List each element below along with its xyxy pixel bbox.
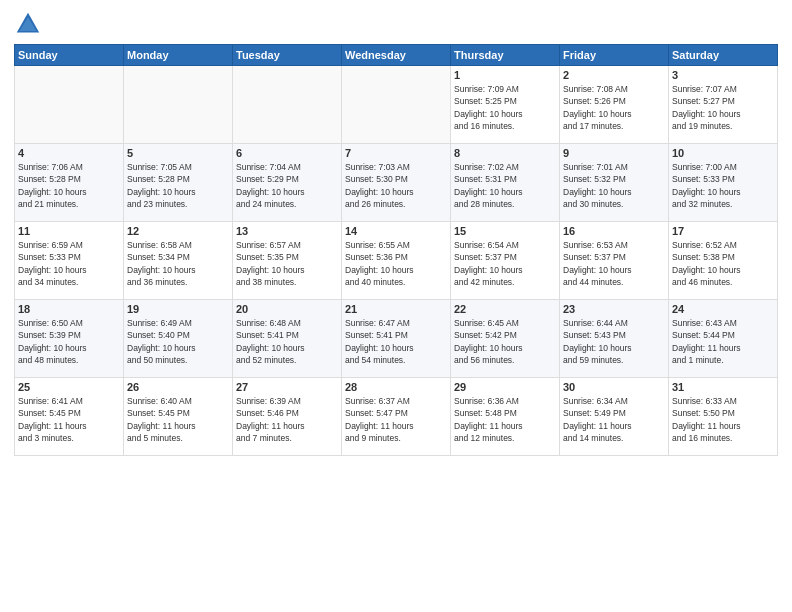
calendar-cell: 5Sunrise: 7:05 AM Sunset: 5:28 PM Daylig…: [124, 144, 233, 222]
day-info: Sunrise: 6:47 AM Sunset: 5:41 PM Dayligh…: [345, 317, 447, 366]
day-info: Sunrise: 6:39 AM Sunset: 5:46 PM Dayligh…: [236, 395, 338, 444]
day-number: 23: [563, 303, 665, 315]
day-info: Sunrise: 6:36 AM Sunset: 5:48 PM Dayligh…: [454, 395, 556, 444]
calendar-cell: 1Sunrise: 7:09 AM Sunset: 5:25 PM Daylig…: [451, 66, 560, 144]
calendar-cell: 2Sunrise: 7:08 AM Sunset: 5:26 PM Daylig…: [560, 66, 669, 144]
day-info: Sunrise: 6:55 AM Sunset: 5:36 PM Dayligh…: [345, 239, 447, 288]
calendar-cell: 4Sunrise: 7:06 AM Sunset: 5:28 PM Daylig…: [15, 144, 124, 222]
calendar-cell: 29Sunrise: 6:36 AM Sunset: 5:48 PM Dayli…: [451, 378, 560, 456]
day-info: Sunrise: 7:03 AM Sunset: 5:30 PM Dayligh…: [345, 161, 447, 210]
day-info: Sunrise: 6:33 AM Sunset: 5:50 PM Dayligh…: [672, 395, 774, 444]
day-number: 26: [127, 381, 229, 393]
calendar-cell: [233, 66, 342, 144]
day-info: Sunrise: 7:07 AM Sunset: 5:27 PM Dayligh…: [672, 83, 774, 132]
day-info: Sunrise: 6:57 AM Sunset: 5:35 PM Dayligh…: [236, 239, 338, 288]
weekday-header: Friday: [560, 45, 669, 66]
day-number: 20: [236, 303, 338, 315]
logo-icon: [14, 10, 42, 38]
day-info: Sunrise: 7:08 AM Sunset: 5:26 PM Dayligh…: [563, 83, 665, 132]
calendar-cell: 7Sunrise: 7:03 AM Sunset: 5:30 PM Daylig…: [342, 144, 451, 222]
day-number: 16: [563, 225, 665, 237]
day-number: 13: [236, 225, 338, 237]
day-info: Sunrise: 7:09 AM Sunset: 5:25 PM Dayligh…: [454, 83, 556, 132]
calendar-cell: 8Sunrise: 7:02 AM Sunset: 5:31 PM Daylig…: [451, 144, 560, 222]
day-info: Sunrise: 6:59 AM Sunset: 5:33 PM Dayligh…: [18, 239, 120, 288]
day-number: 30: [563, 381, 665, 393]
calendar-cell: [15, 66, 124, 144]
day-number: 19: [127, 303, 229, 315]
header: [14, 10, 778, 38]
calendar-cell: 14Sunrise: 6:55 AM Sunset: 5:36 PM Dayli…: [342, 222, 451, 300]
calendar-cell: 22Sunrise: 6:45 AM Sunset: 5:42 PM Dayli…: [451, 300, 560, 378]
day-info: Sunrise: 6:49 AM Sunset: 5:40 PM Dayligh…: [127, 317, 229, 366]
weekday-header: Monday: [124, 45, 233, 66]
day-info: Sunrise: 6:54 AM Sunset: 5:37 PM Dayligh…: [454, 239, 556, 288]
calendar-cell: [124, 66, 233, 144]
calendar-cell: 25Sunrise: 6:41 AM Sunset: 5:45 PM Dayli…: [15, 378, 124, 456]
day-info: Sunrise: 7:01 AM Sunset: 5:32 PM Dayligh…: [563, 161, 665, 210]
calendar-cell: 12Sunrise: 6:58 AM Sunset: 5:34 PM Dayli…: [124, 222, 233, 300]
calendar-cell: 19Sunrise: 6:49 AM Sunset: 5:40 PM Dayli…: [124, 300, 233, 378]
weekday-header: Sunday: [15, 45, 124, 66]
day-number: 17: [672, 225, 774, 237]
day-info: Sunrise: 6:58 AM Sunset: 5:34 PM Dayligh…: [127, 239, 229, 288]
calendar-cell: 30Sunrise: 6:34 AM Sunset: 5:49 PM Dayli…: [560, 378, 669, 456]
day-info: Sunrise: 6:52 AM Sunset: 5:38 PM Dayligh…: [672, 239, 774, 288]
day-number: 18: [18, 303, 120, 315]
calendar-cell: 27Sunrise: 6:39 AM Sunset: 5:46 PM Dayli…: [233, 378, 342, 456]
day-number: 7: [345, 147, 447, 159]
day-number: 11: [18, 225, 120, 237]
calendar-cell: 26Sunrise: 6:40 AM Sunset: 5:45 PM Dayli…: [124, 378, 233, 456]
day-info: Sunrise: 7:04 AM Sunset: 5:29 PM Dayligh…: [236, 161, 338, 210]
day-number: 21: [345, 303, 447, 315]
calendar-cell: 15Sunrise: 6:54 AM Sunset: 5:37 PM Dayli…: [451, 222, 560, 300]
calendar-week-row: 11Sunrise: 6:59 AM Sunset: 5:33 PM Dayli…: [15, 222, 778, 300]
calendar-container: SundayMondayTuesdayWednesdayThursdayFrid…: [0, 0, 792, 612]
day-number: 4: [18, 147, 120, 159]
day-number: 14: [345, 225, 447, 237]
day-number: 25: [18, 381, 120, 393]
calendar-cell: 21Sunrise: 6:47 AM Sunset: 5:41 PM Dayli…: [342, 300, 451, 378]
calendar-cell: 23Sunrise: 6:44 AM Sunset: 5:43 PM Dayli…: [560, 300, 669, 378]
day-number: 2: [563, 69, 665, 81]
calendar-cell: 13Sunrise: 6:57 AM Sunset: 5:35 PM Dayli…: [233, 222, 342, 300]
day-number: 1: [454, 69, 556, 81]
calendar-week-row: 18Sunrise: 6:50 AM Sunset: 5:39 PM Dayli…: [15, 300, 778, 378]
calendar-cell: 16Sunrise: 6:53 AM Sunset: 5:37 PM Dayli…: [560, 222, 669, 300]
calendar-cell: 11Sunrise: 6:59 AM Sunset: 5:33 PM Dayli…: [15, 222, 124, 300]
calendar-cell: 28Sunrise: 6:37 AM Sunset: 5:47 PM Dayli…: [342, 378, 451, 456]
calendar-cell: 24Sunrise: 6:43 AM Sunset: 5:44 PM Dayli…: [669, 300, 778, 378]
calendar-week-row: 4Sunrise: 7:06 AM Sunset: 5:28 PM Daylig…: [15, 144, 778, 222]
calendar-cell: 17Sunrise: 6:52 AM Sunset: 5:38 PM Dayli…: [669, 222, 778, 300]
day-info: Sunrise: 6:41 AM Sunset: 5:45 PM Dayligh…: [18, 395, 120, 444]
calendar-cell: [342, 66, 451, 144]
day-number: 24: [672, 303, 774, 315]
calendar-table: SundayMondayTuesdayWednesdayThursdayFrid…: [14, 44, 778, 456]
day-info: Sunrise: 7:02 AM Sunset: 5:31 PM Dayligh…: [454, 161, 556, 210]
weekday-header: Wednesday: [342, 45, 451, 66]
calendar-cell: 3Sunrise: 7:07 AM Sunset: 5:27 PM Daylig…: [669, 66, 778, 144]
calendar-cell: 18Sunrise: 6:50 AM Sunset: 5:39 PM Dayli…: [15, 300, 124, 378]
day-number: 3: [672, 69, 774, 81]
day-info: Sunrise: 6:48 AM Sunset: 5:41 PM Dayligh…: [236, 317, 338, 366]
calendar-cell: 10Sunrise: 7:00 AM Sunset: 5:33 PM Dayli…: [669, 144, 778, 222]
day-number: 29: [454, 381, 556, 393]
day-info: Sunrise: 7:00 AM Sunset: 5:33 PM Dayligh…: [672, 161, 774, 210]
day-number: 6: [236, 147, 338, 159]
day-number: 8: [454, 147, 556, 159]
day-number: 22: [454, 303, 556, 315]
calendar-cell: 31Sunrise: 6:33 AM Sunset: 5:50 PM Dayli…: [669, 378, 778, 456]
weekday-header: Thursday: [451, 45, 560, 66]
day-number: 31: [672, 381, 774, 393]
calendar-cell: 20Sunrise: 6:48 AM Sunset: 5:41 PM Dayli…: [233, 300, 342, 378]
day-info: Sunrise: 6:44 AM Sunset: 5:43 PM Dayligh…: [563, 317, 665, 366]
weekday-header-row: SundayMondayTuesdayWednesdayThursdayFrid…: [15, 45, 778, 66]
calendar-week-row: 25Sunrise: 6:41 AM Sunset: 5:45 PM Dayli…: [15, 378, 778, 456]
day-info: Sunrise: 6:40 AM Sunset: 5:45 PM Dayligh…: [127, 395, 229, 444]
weekday-header: Saturday: [669, 45, 778, 66]
day-info: Sunrise: 6:53 AM Sunset: 5:37 PM Dayligh…: [563, 239, 665, 288]
day-number: 12: [127, 225, 229, 237]
calendar-cell: 6Sunrise: 7:04 AM Sunset: 5:29 PM Daylig…: [233, 144, 342, 222]
day-info: Sunrise: 6:50 AM Sunset: 5:39 PM Dayligh…: [18, 317, 120, 366]
day-number: 27: [236, 381, 338, 393]
